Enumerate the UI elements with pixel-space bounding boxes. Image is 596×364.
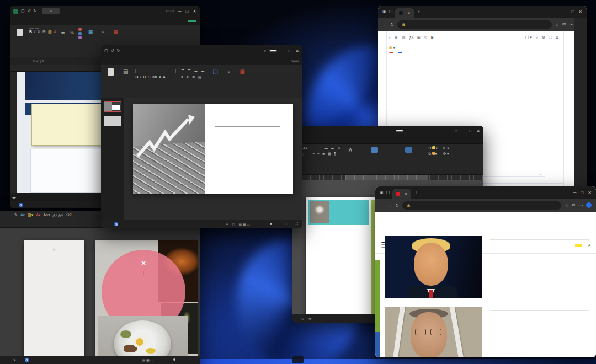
word-document-area[interactable]: ✕ ✕ xyxy=(0,228,200,356)
font-color-icon[interactable]: A▾ xyxy=(36,213,40,217)
profile-avatar[interactable] xyxy=(586,202,592,208)
paste-button[interactable] xyxy=(14,28,25,37)
styles-icon[interactable]: A▾ xyxy=(20,213,25,217)
close-button[interactable]: ✕ xyxy=(193,9,196,14)
minimize-button[interactable]: ─ xyxy=(573,190,577,195)
share-button[interactable] xyxy=(291,60,299,62)
editing-button[interactable]: ⌕ xyxy=(225,67,233,76)
underline-button[interactable]: U xyxy=(143,75,147,79)
layout-grid-icon[interactable]: ⊞ xyxy=(417,35,421,40)
refresh-button[interactable]: ↻ xyxy=(395,203,399,208)
proofing-icon[interactable]: ✎ xyxy=(13,358,16,362)
undo-icon[interactable]: ↺ xyxy=(111,49,114,53)
settings-icon[interactable]: ⚙ xyxy=(542,35,545,40)
indicators-icon[interactable]: ƒx xyxy=(409,35,413,39)
highlight-icon[interactable]: ▨▾ xyxy=(28,213,33,217)
signin-button[interactable] xyxy=(166,10,174,12)
sell-button[interactable] xyxy=(389,52,393,53)
cells-button[interactable]: ▦ xyxy=(86,28,95,36)
format-as-table-button[interactable] xyxy=(78,32,82,35)
fullscreen-icon[interactable]: ⛶ xyxy=(549,35,552,40)
font-size-select[interactable] xyxy=(35,28,39,29)
search-icon[interactable]: ⌕ xyxy=(264,49,267,53)
cell-styles-button[interactable] xyxy=(78,36,82,39)
publisher-titlebar[interactable]: ?─□✕ xyxy=(292,126,483,136)
slide-thumbnail-2[interactable] xyxy=(103,116,123,126)
back-button[interactable]: ← xyxy=(380,203,384,208)
favorites-icon[interactable]: ☆ xyxy=(555,22,559,27)
drawing-button[interactable]: ⬚ xyxy=(211,67,220,76)
change-case-icon[interactable]: Aa▾ xyxy=(43,213,50,217)
close-button[interactable]: ✕ xyxy=(476,129,480,133)
more-icon[interactable]: ⋯ xyxy=(578,203,583,208)
word-page-1[interactable]: ✕ xyxy=(24,240,84,356)
redo-icon[interactable]: ↻ xyxy=(117,49,120,53)
price-axis[interactable] xyxy=(545,44,563,176)
redo-icon[interactable]: ↻ xyxy=(34,9,37,13)
rotate-button[interactable]: ⟳ ▾ xyxy=(443,152,449,156)
minimize-button[interactable]: ─ xyxy=(462,129,465,133)
extensions-icon[interactable]: ⧉ xyxy=(562,22,566,27)
border-button[interactable]: ⊞ xyxy=(42,30,46,34)
new-tab-button[interactable]: ＋ xyxy=(414,190,418,195)
maximize-button[interactable]: □ xyxy=(571,9,574,14)
accessibility-status[interactable]: ♿ xyxy=(25,358,29,362)
bold-button[interactable]: B xyxy=(135,75,139,79)
browser-tab[interactable]: ✕ xyxy=(392,189,411,199)
addins-button[interactable]: ▦ xyxy=(111,28,120,36)
maximize-button[interactable]: □ xyxy=(469,129,472,133)
minimize-button[interactable]: ─ xyxy=(178,9,182,14)
publisher-page[interactable] xyxy=(306,197,380,314)
view-buttons[interactable]: ▤ ▦ ▭ xyxy=(238,222,249,226)
tab-close-icon[interactable]: ✕ xyxy=(405,192,407,196)
new-tab-button[interactable]: ＋ xyxy=(417,9,421,14)
maximize-button[interactable]: □ xyxy=(288,49,291,53)
addins-button[interactable]: ▦ xyxy=(238,67,247,76)
conditional-format-button[interactable] xyxy=(78,28,82,31)
help-icon[interactable]: ? xyxy=(455,129,457,133)
extensions-icon[interactable]: ⧉ xyxy=(572,202,575,208)
sheet-nav-left[interactable]: ◂ xyxy=(12,195,14,199)
zoom-slider[interactable]: －＋ xyxy=(254,222,288,227)
add-sheet-button[interactable] xyxy=(17,196,25,198)
clear-format-icon[interactable]: ⌫ xyxy=(66,213,72,217)
back-button[interactable]: ← xyxy=(382,22,387,27)
quick-search-icon[interactable]: ⌕ xyxy=(536,35,538,40)
replay-icon[interactable]: ▶ xyxy=(431,35,434,40)
grow-font-icon[interactable]: A˄ A˅ xyxy=(52,213,63,217)
minimize-button[interactable]: ─ xyxy=(564,9,567,14)
signin-button[interactable] xyxy=(396,130,403,132)
close-button[interactable]: ✕ xyxy=(578,9,582,14)
excel-search-box[interactable]: ⌕ xyxy=(42,8,60,14)
maximize-button[interactable]: □ xyxy=(185,9,188,14)
paragraph-buttons[interactable]: ≡ ≡ ≣ ▤ ¶ xyxy=(313,152,341,156)
notes-button[interactable]: ≙ xyxy=(225,222,228,226)
undo-icon[interactable]: ↺ xyxy=(28,9,31,13)
tv-symbol-header[interactable]: ◉ ● · xyxy=(389,45,402,55)
format-painter-icon[interactable]: ✎ xyxy=(14,213,18,217)
bring-forward-button[interactable]: ⧉ ▾ xyxy=(428,152,438,156)
editing-button[interactable]: ⌕ xyxy=(99,28,107,37)
font-color-button[interactable]: A xyxy=(54,30,57,34)
excel-titlebar[interactable]: ▢ ↺ ↻ ⌕ ─ □ ✕ xyxy=(10,6,200,17)
italic-button[interactable]: I xyxy=(34,30,35,34)
zoom-slider[interactable]: －＋ xyxy=(157,357,191,362)
styles-button[interactable]: A xyxy=(346,146,354,156)
bold-button[interactable]: B xyxy=(29,30,32,34)
contact-block[interactable] xyxy=(308,200,369,225)
article-2-image[interactable] xyxy=(385,307,482,357)
list-buttons[interactable]: ☰ ☰ ≔ ≕ ⇥ xyxy=(313,146,341,151)
bullets-buttons[interactable]: ☰ ☰ ≔ ≕ xyxy=(181,69,205,73)
browser-tab[interactable]: ✕ xyxy=(395,8,414,18)
save-icon[interactable]: ▢ xyxy=(104,49,108,53)
number-format-icon[interactable]: % xyxy=(70,30,74,35)
underline-button[interactable]: U xyxy=(38,30,40,34)
buy-button[interactable] xyxy=(398,52,402,53)
view-buttons[interactable]: ▤ ▦ ▭ xyxy=(142,358,153,362)
paste-button[interactable] xyxy=(105,67,116,78)
align-button[interactable]: ⊪ ▾ xyxy=(443,146,449,151)
close-button[interactable]: ✕ xyxy=(295,49,299,53)
pullquote-text[interactable] xyxy=(143,271,144,276)
snapshot-icon[interactable]: ⧉ xyxy=(556,35,558,40)
accessibility-status[interactable]: ♿ xyxy=(114,222,119,226)
